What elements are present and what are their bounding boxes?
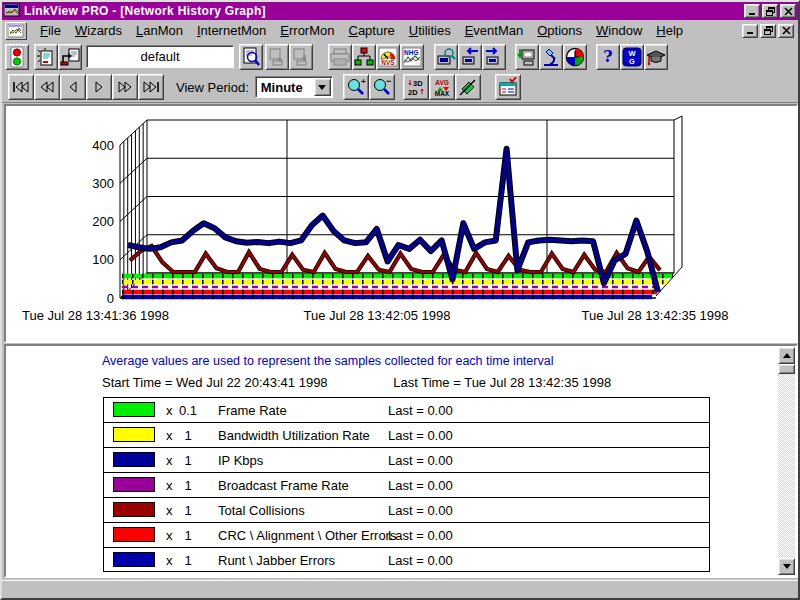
preview-document-icon[interactable] <box>239 44 263 70</box>
triangle-up-icon <box>783 353 791 358</box>
mdi-restore-button[interactable] <box>760 24 776 38</box>
title-bar: LinkView PRO - [Network History Graph] <box>2 2 798 20</box>
last-value: Last = 0.00 <box>388 403 453 418</box>
traffic-light-icon[interactable] <box>5 44 29 70</box>
scroll-up-button[interactable] <box>778 347 795 364</box>
series-name: Runt \ Jabber Errors <box>218 553 335 568</box>
legend-row: x1Total CollisionsLast = 0.00 <box>104 498 709 523</box>
station-download-icon[interactable] <box>515 44 539 70</box>
app-icon[interactable] <box>4 3 20 20</box>
menu-utilities[interactable]: Utilities <box>402 21 458 40</box>
nhg-graph-icon[interactable]: NHG <box>400 44 424 70</box>
svg-text:NVS: NVS <box>381 59 395 66</box>
mdi-minimize-button[interactable] <box>742 24 758 38</box>
zoom-out-icon[interactable]: − <box>369 74 395 100</box>
zoom-in-icon[interactable]: + <box>343 74 369 100</box>
menu-errormon[interactable]: ErrorMon <box>273 21 341 40</box>
nvs-gauge-icon[interactable]: NVS <box>376 44 400 70</box>
svg-text:MAX: MAX <box>435 90 450 97</box>
eraser-icon[interactable] <box>455 74 481 100</box>
multiplier-x: x <box>166 553 173 568</box>
nav-toolbar: View Period: Minute + − 3D2D AVGMAX <box>2 72 798 103</box>
multiplier-value: 1 <box>174 528 202 543</box>
svg-text:400: 400 <box>92 138 114 153</box>
menu-internetmon[interactable]: InternetMon <box>190 21 273 40</box>
status-bar <box>2 580 798 598</box>
network-monitor-icon[interactable] <box>352 44 376 70</box>
legend-swatch <box>113 477 155 492</box>
window-title: LinkView PRO - [Network History Graph] <box>24 4 266 18</box>
station-search-icon[interactable] <box>434 44 458 70</box>
workgroup-icon[interactable]: WG <box>620 44 644 70</box>
menu-options[interactable]: Options <box>530 21 589 40</box>
menu-help[interactable]: Help <box>649 21 690 40</box>
restore-button[interactable] <box>762 4 778 18</box>
chevron-down-icon <box>318 85 326 90</box>
export-config-icon[interactable] <box>58 44 82 70</box>
svg-text:AVG: AVG <box>435 79 449 86</box>
menu-eventman[interactable]: EventMan <box>458 21 531 40</box>
legend-table: x0.1Frame RateLast = 0.00x1Bandwidth Uti… <box>103 397 710 572</box>
svg-text:2D: 2D <box>408 88 418 97</box>
svg-text:Tue Jul 28 13:41:36 1998: Tue Jul 28 13:41:36 1998 <box>22 308 169 323</box>
legend-row: x1Bandwidth Utilization RateLast = 0.00 <box>104 423 709 448</box>
legend-row: x1CRC \ Alignment \ Other ErrorsLast = 0… <box>104 523 709 548</box>
clock-stats-icon[interactable] <box>563 44 587 70</box>
step-forward-icon[interactable] <box>86 74 112 100</box>
legend-row: x1Broadcast Frame RateLast = 0.00 <box>104 473 709 498</box>
station-back-icon[interactable] <box>458 44 482 70</box>
microscope-icon[interactable] <box>539 44 563 70</box>
new-settings-icon[interactable] <box>34 44 58 70</box>
go-last-icon[interactable] <box>138 74 164 100</box>
help-icon[interactable]: ? <box>596 44 620 70</box>
series-name: Frame Rate <box>218 403 287 418</box>
scroll-down-button[interactable] <box>778 558 795 575</box>
menu-wizards[interactable]: Wizards <box>68 21 129 40</box>
profile-input[interactable] <box>86 45 234 68</box>
last-value: Last = 0.00 <box>388 428 453 443</box>
multiplier-x: x <box>166 503 173 518</box>
fast-forward-icon[interactable] <box>112 74 138 100</box>
close-button[interactable] <box>780 4 796 18</box>
view-period-dropdown[interactable]: Minute <box>255 76 333 98</box>
last-value: Last = 0.00 <box>388 478 453 493</box>
fast-backward-icon[interactable] <box>34 74 60 100</box>
window-controls <box>744 4 796 18</box>
multiplier-value: 1 <box>174 428 202 443</box>
multiplier-value: 1 <box>174 503 202 518</box>
multiplier-x: x <box>166 453 173 468</box>
dropdown-arrow-button[interactable] <box>314 78 331 96</box>
step-backward-icon[interactable] <box>60 74 86 100</box>
go-first-icon[interactable] <box>8 74 34 100</box>
menu-capture[interactable]: Capture <box>342 21 402 40</box>
series-name: IP Kbps <box>218 453 263 468</box>
menu-lanmon[interactable]: LanMon <box>129 21 190 40</box>
mdi-close-button[interactable] <box>778 24 794 38</box>
legend-swatch <box>113 452 155 467</box>
start-time-label: Start Time = Wed Jul 22 20:43:41 1998 <box>102 375 328 390</box>
toggle-3d-2d-icon[interactable]: 3D2D <box>403 74 429 100</box>
menu-file[interactable]: File <box>33 21 68 40</box>
menu-window[interactable]: Window <box>589 21 649 40</box>
main-toolbar: NVS NHG ? WG <box>2 41 798 72</box>
station-forward-icon[interactable] <box>482 44 506 70</box>
svg-text:0: 0 <box>107 291 114 306</box>
copy-config-disabled-icon[interactable] <box>265 44 289 70</box>
scrollbar-thumb[interactable] <box>778 364 795 374</box>
menu-bar: FileWizardsLanMonInternetMonErrorMonCapt… <box>2 20 798 41</box>
legend-swatch <box>113 552 155 567</box>
minimize-button[interactable] <box>744 4 760 18</box>
print-disabled-icon[interactable] <box>328 44 352 70</box>
mdi-window-controls <box>742 24 794 38</box>
svg-text:200: 200 <box>92 214 114 229</box>
series-name: CRC \ Alignment \ Other Errors <box>218 528 396 543</box>
tutorial-cap-icon[interactable] <box>644 44 668 70</box>
legend-settings-icon[interactable] <box>495 74 521 100</box>
multiplier-x: x <box>166 403 173 418</box>
vertical-scrollbar[interactable] <box>778 347 795 575</box>
copy-update-disabled-icon[interactable] <box>289 44 313 70</box>
document-chart-icon[interactable] <box>5 22 27 40</box>
view-period-value: Minute <box>256 80 314 95</box>
toggle-avg-max-icon[interactable]: AVGMAX <box>429 74 455 100</box>
svg-text:3D: 3D <box>413 79 423 88</box>
